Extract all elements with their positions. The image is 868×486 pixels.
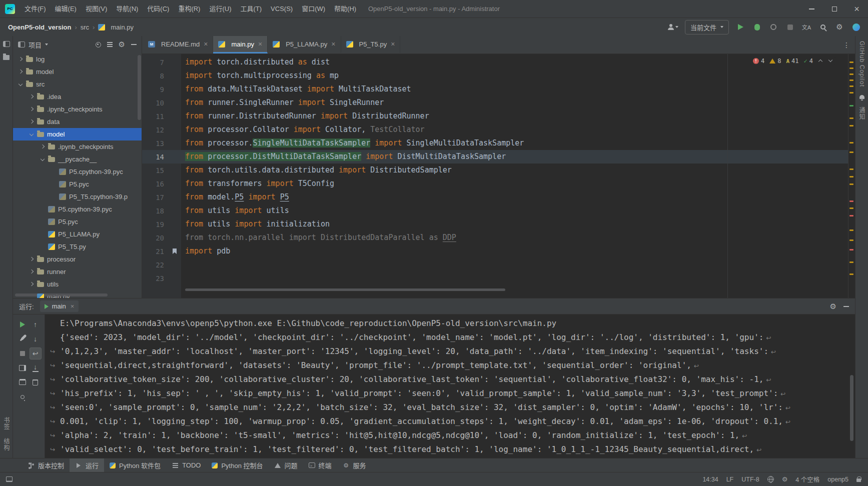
code-line[interactable] — [181, 272, 848, 285]
stop-button[interactable] — [17, 348, 29, 360]
line-ending-indicator[interactable]: LF — [726, 476, 734, 483]
stripe-mark[interactable] — [849, 215, 853, 216]
stripe-mark[interactable] — [849, 274, 853, 275]
minimize-button[interactable] — [800, 0, 823, 18]
debug-button[interactable] — [752, 22, 762, 32]
tree-item[interactable]: P5.pyc — [13, 216, 142, 228]
print-button[interactable] — [17, 376, 29, 388]
settings-button[interactable] — [834, 22, 844, 32]
close-icon[interactable]: × — [204, 40, 208, 48]
clear-console-button[interactable] — [30, 376, 42, 388]
tool-windows-icon[interactable] — [6, 476, 13, 482]
stripe-mark[interactable] — [849, 142, 853, 144]
code-line[interactable]: from processor.SingleMultiDataTaskSample… — [181, 136, 848, 150]
menu-item[interactable]: 重构(R) — [174, 0, 205, 18]
profile-button[interactable] — [768, 22, 778, 32]
stripe-mark[interactable] — [849, 152, 853, 153]
code-line[interactable]: from utils import initialization — [181, 218, 848, 231]
close-button[interactable] — [845, 0, 868, 18]
menu-item[interactable]: 代码(C) — [143, 0, 174, 18]
pin-tab-button[interactable] — [17, 391, 29, 403]
menu-item[interactable]: 导航(N) — [112, 0, 143, 18]
stripe-mark[interactable] — [849, 249, 853, 250]
panel-settings-icon[interactable] — [119, 40, 125, 48]
menu-item[interactable]: VCS(S) — [266, 0, 297, 18]
tree-vertical-scrollbar[interactable] — [138, 55, 141, 120]
tool-tab-TODO[interactable]: TODO — [166, 458, 206, 472]
tree-item[interactable]: model — [13, 128, 142, 140]
editor-gutter[interactable]: 7891011121314151617181920212223 — [142, 54, 181, 298]
stripe-mark[interactable] — [849, 262, 853, 263]
collapse-all-icon[interactable] — [107, 42, 113, 47]
sidebar-item-notifications[interactable]: 通知 — [857, 107, 866, 120]
copilot-status-button[interactable] — [851, 22, 861, 32]
encoding-indicator[interactable]: UTF-8 — [741, 476, 759, 483]
code-line[interactable]: from runner.SingleRunner import SingleRu… — [181, 96, 848, 110]
tool-tab-问题[interactable]: 问题 — [269, 458, 303, 472]
tree-item[interactable]: .ipynb_checkpoints — [13, 140, 142, 153]
hide-run-panel-icon[interactable] — [843, 306, 849, 307]
run-settings-icon[interactable] — [830, 302, 836, 310]
stripe-mark[interactable] — [849, 92, 853, 94]
maximize-button[interactable] — [823, 0, 845, 18]
chevron-right-icon[interactable] — [28, 118, 36, 126]
user-account-button[interactable] — [668, 24, 678, 30]
down-stack-trace-button[interactable] — [30, 333, 42, 345]
sidebar-item-structure[interactable]: 结构 — [2, 438, 11, 451]
warning-count-badge[interactable]: 8 — [769, 58, 781, 64]
indent-indicator[interactable]: 4 个空格 — [795, 474, 819, 484]
tree-item[interactable]: __pycache__ — [13, 153, 142, 166]
run-config-selector[interactable]: 当前文件 — [685, 20, 729, 34]
bell-icon[interactable] — [859, 95, 864, 99]
tool-tab-运行[interactable]: 运行 — [70, 458, 104, 472]
menu-item[interactable]: 窗口(W) — [297, 0, 330, 18]
soft-wrap-button[interactable] — [30, 348, 42, 360]
interpreter-indicator[interactable]: openp5 — [827, 476, 848, 483]
code-line[interactable]: from utils import utils — [181, 204, 848, 218]
up-stack-trace-button[interactable] — [30, 318, 42, 330]
code-line[interactable]: from processor.Collator import Collator,… — [181, 123, 848, 136]
rerun-button[interactable] — [17, 318, 29, 330]
tree-item[interactable]: P5_T5.cpython-39.p — [13, 190, 142, 203]
chevron-down-icon[interactable] — [39, 156, 47, 163]
stripe-mark[interactable] — [849, 208, 853, 209]
tree-item[interactable]: .idea — [13, 90, 142, 103]
previous-problem-icon[interactable] — [818, 58, 823, 64]
next-problem-icon[interactable] — [828, 58, 833, 64]
error-count-badge[interactable]: 4 — [753, 58, 764, 64]
menu-item[interactable]: 编辑(E) — [51, 0, 81, 18]
stripe-mark[interactable] — [849, 230, 853, 231]
code-line[interactable]: from model.P5 import P5 — [181, 190, 848, 204]
menu-item[interactable]: 视图(V) — [81, 0, 112, 18]
code-line[interactable]: import torch.multiprocessing as mp — [181, 69, 848, 82]
stripe-mark[interactable] — [849, 105, 853, 106]
tree-item[interactable]: P5.cpython-39.pyc — [13, 166, 142, 178]
menu-item[interactable]: 文件(F) — [20, 0, 51, 18]
restore-layout-button[interactable] — [17, 362, 29, 374]
pycharm-logo-icon[interactable]: PC — [5, 4, 15, 14]
close-icon[interactable]: × — [331, 40, 335, 48]
stripe-mark[interactable] — [849, 184, 853, 185]
tab-README.md[interactable]: README.md× — [143, 36, 213, 54]
tree-item[interactable]: P5.pyc — [13, 178, 142, 190]
chevron-right-icon[interactable] — [17, 56, 25, 63]
tool-tab-服务[interactable]: 服务 — [337, 458, 372, 472]
chevron-right-icon[interactable] — [28, 106, 36, 113]
breadcrumb-item[interactable]: src — [81, 24, 89, 31]
tree-item[interactable]: processor — [13, 253, 142, 266]
chevron-right-icon[interactable] — [28, 93, 36, 100]
run-console[interactable]: E:\Programs\Anaconda3\envs\openp5\python… — [45, 314, 855, 458]
stripe-mark[interactable] — [849, 68, 853, 69]
console-vertical-scrollbar[interactable] — [850, 375, 853, 441]
run-button[interactable] — [735, 22, 745, 32]
close-icon[interactable]: × — [391, 40, 395, 48]
chevron-right-icon[interactable] — [17, 68, 25, 76]
tool-tab-版本控制[interactable]: 版本控制 — [22, 458, 70, 472]
stripe-mark[interactable] — [849, 62, 853, 63]
tool-tab-终端[interactable]: 终端 — [303, 458, 337, 472]
chevron-right-icon[interactable] — [28, 280, 36, 288]
sidebar-item-bookmarks[interactable]: 书签 — [2, 417, 11, 430]
breadcrumb-item[interactable]: OpenP5-old_version — [8, 24, 71, 31]
project-tool-window-icon[interactable] — [3, 41, 10, 47]
code-line[interactable]: from processor.DistMultiDataTaskSampler … — [181, 150, 848, 164]
